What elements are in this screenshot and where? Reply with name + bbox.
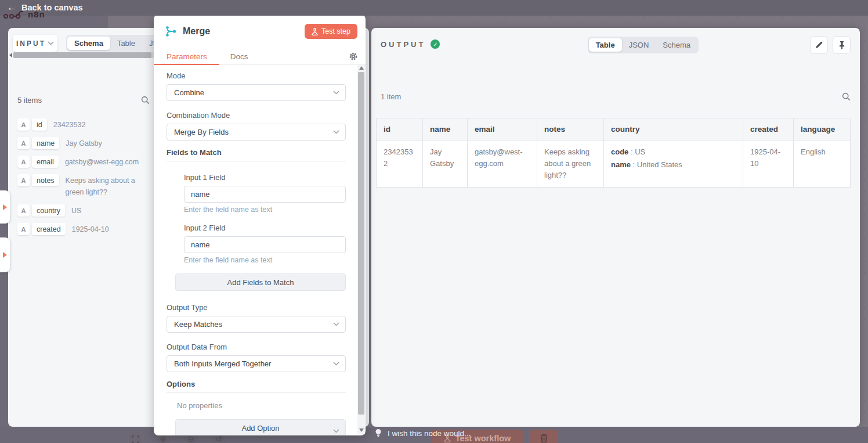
output-panel: OUTPUT ✓ Table JSON Schema 1 item idname… bbox=[371, 28, 860, 427]
search-icon[interactable] bbox=[842, 92, 851, 101]
mode-label: Mode bbox=[167, 71, 346, 80]
schema-key-pill[interactable]: email bbox=[32, 156, 59, 168]
input1-field-input[interactable] bbox=[184, 186, 346, 203]
test-step-label: Test step bbox=[321, 27, 350, 35]
bottom-overlay-strip: ⊕ ⊖ ↺ Test workflow I wish this node wou… bbox=[0, 427, 868, 443]
hscroll-thumb[interactable] bbox=[13, 52, 151, 58]
input1-field-hint: Enter the field name as text bbox=[184, 206, 346, 214]
test-step-button[interactable]: Test step bbox=[305, 24, 357, 39]
input1-field-label: Input 1 Field bbox=[184, 173, 346, 182]
schema-item-notes[interactable]: AnotesKeeps asking about a green light?? bbox=[17, 174, 151, 198]
delete-node-button[interactable] bbox=[529, 430, 558, 443]
node-title: Merge bbox=[183, 26, 305, 37]
pin-icon bbox=[838, 41, 846, 49]
scroll-down-arrow-icon[interactable] bbox=[359, 428, 364, 432]
column-header-name: name bbox=[423, 118, 468, 141]
back-arrow-icon: ← bbox=[7, 2, 17, 12]
string-type-icon: A bbox=[17, 204, 30, 217]
pin-data-button[interactable] bbox=[833, 36, 851, 54]
output-data-table: idnameemailnotescountrycreatedlanguage23… bbox=[376, 118, 851, 188]
chevron-down-icon bbox=[333, 91, 339, 95]
output-type-select[interactable]: Keep Matches bbox=[167, 316, 346, 333]
input2-field-hint: Enter the field name as text bbox=[184, 256, 346, 264]
chevron-down-icon bbox=[333, 429, 339, 433]
search-icon[interactable] bbox=[141, 96, 150, 105]
n8n-node-detail-view: n8n ← Back to canvas INPUT Schema Table … bbox=[0, 0, 868, 443]
chevron-down-icon bbox=[48, 41, 54, 45]
node-panel-scrollbar[interactable] bbox=[357, 64, 365, 434]
combination-mode-label: Combination Mode bbox=[167, 111, 346, 120]
output-view-tabs: Table JSON Schema bbox=[588, 37, 699, 53]
schema-item-name[interactable]: AnameJay Gatsby bbox=[17, 137, 151, 149]
success-check-icon: ✓ bbox=[431, 39, 440, 49]
cell-notes: Keeps asking about a green light?? bbox=[537, 141, 604, 188]
input-panel-title: INPUT bbox=[16, 39, 46, 48]
schema-value: 1925-04-10 bbox=[72, 223, 109, 235]
cell-language: English bbox=[794, 141, 851, 188]
scroll-up-arrow-icon[interactable] bbox=[359, 66, 364, 70]
cell-email: gatsby@west-egg.com bbox=[468, 141, 537, 188]
schema-key-pill[interactable]: notes bbox=[32, 174, 59, 186]
column-header-language: language bbox=[794, 118, 851, 141]
active-tab-underline bbox=[154, 64, 219, 65]
mode-select[interactable]: Combine bbox=[167, 84, 346, 101]
schema-value: US bbox=[71, 204, 81, 217]
schema-key-pill[interactable]: country bbox=[32, 204, 65, 217]
gear-icon[interactable] bbox=[349, 52, 358, 61]
output-tab-json[interactable]: JSON bbox=[622, 38, 656, 52]
schema-item-country[interactable]: AcountryUS bbox=[17, 204, 151, 217]
pencil-icon bbox=[815, 41, 823, 49]
trash-icon bbox=[540, 434, 548, 443]
parameters-form: Mode Combine Combination Mode Merge By F… bbox=[154, 66, 357, 435]
options-empty-text: No properties bbox=[177, 401, 346, 410]
string-type-icon: A bbox=[17, 137, 30, 149]
options-header: Options bbox=[167, 380, 346, 393]
schema-item-created[interactable]: Acreated1925-04-10 bbox=[17, 223, 151, 235]
scroll-left-arrow-icon[interactable] bbox=[9, 53, 12, 57]
output-tab-table[interactable]: Table bbox=[589, 38, 622, 52]
connector-arrow-icon bbox=[3, 204, 7, 210]
cell-created: 1925-04-10 bbox=[743, 141, 794, 188]
schema-key-pill[interactable]: name bbox=[32, 137, 59, 149]
connector-arrow-icon bbox=[3, 252, 7, 258]
input-tab-table[interactable]: Table bbox=[110, 37, 142, 50]
schema-key-pill[interactable]: id bbox=[32, 118, 47, 131]
node-feedback-link[interactable]: I wish this node would... bbox=[375, 428, 471, 438]
input-1-connector[interactable] bbox=[0, 190, 10, 224]
top-bar bbox=[0, 0, 868, 16]
tab-parameters[interactable]: Parameters bbox=[167, 52, 207, 61]
output-tab-schema[interactable]: Schema bbox=[656, 38, 697, 52]
cell-country: code : USname : United States bbox=[604, 141, 743, 188]
tab-docs[interactable]: Docs bbox=[230, 52, 248, 61]
add-option-button[interactable]: Add Option bbox=[175, 419, 346, 435]
schema-value: 23423532 bbox=[53, 118, 86, 131]
combination-mode-select[interactable]: Merge By Fields bbox=[167, 124, 346, 141]
string-type-icon: A bbox=[17, 118, 30, 131]
table-row[interactable]: 23423532Jay Gatsbygatsby@west-egg.comKee… bbox=[377, 141, 851, 188]
chevron-down-icon bbox=[333, 130, 339, 134]
schema-item-id[interactable]: Aid23423532 bbox=[17, 118, 151, 131]
output-data-from-label: Output Data From bbox=[167, 343, 346, 351]
output-data-from-select[interactable]: Both Inputs Merged Together bbox=[167, 355, 346, 372]
column-header-email: email bbox=[468, 118, 537, 141]
fields-to-match-header: Fields to Match bbox=[167, 148, 346, 161]
node-settings-panel: Merge Test step Parameters Docs Mode Com… bbox=[154, 15, 366, 435]
fit-view-icon[interactable] bbox=[129, 433, 142, 443]
lightbulb-icon bbox=[375, 428, 382, 438]
input-horizontal-scrollbar[interactable] bbox=[9, 52, 154, 58]
schema-value: Keeps asking about a green light?? bbox=[66, 174, 151, 198]
input-2-connector[interactable] bbox=[0, 237, 10, 272]
input-schema-list: Aid23423532AnameJay GatsbyAemailgatsby@w… bbox=[17, 118, 151, 242]
edit-output-button[interactable] bbox=[810, 36, 828, 54]
input-tab-schema[interactable]: Schema bbox=[67, 37, 110, 50]
schema-value: gatsby@west-egg.com bbox=[65, 156, 139, 168]
input2-field-input[interactable] bbox=[184, 236, 346, 253]
string-type-icon: A bbox=[17, 174, 30, 186]
vscroll-thumb[interactable] bbox=[358, 72, 364, 415]
schema-item-email[interactable]: Aemailgatsby@west-egg.com bbox=[17, 156, 151, 168]
input-source-select[interactable]: INPUT bbox=[13, 35, 57, 52]
chevron-down-icon bbox=[333, 322, 339, 326]
back-to-canvas-button[interactable]: ← Back to canvas bbox=[7, 2, 83, 12]
add-fields-to-match-button[interactable]: Add Fields to Match bbox=[175, 273, 346, 291]
schema-key-pill[interactable]: created bbox=[32, 223, 66, 235]
